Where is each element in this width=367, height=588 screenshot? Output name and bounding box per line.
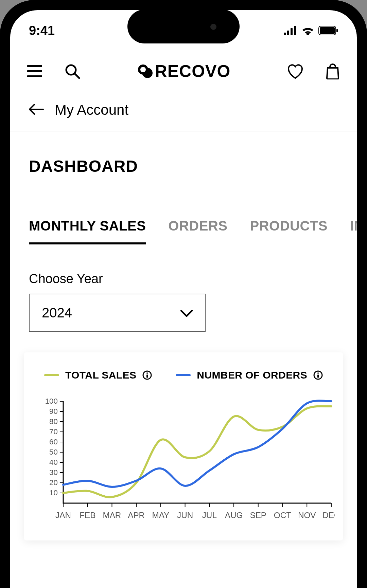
- svg-text:JUL: JUL: [202, 511, 217, 520]
- svg-text:JUN: JUN: [177, 511, 193, 520]
- svg-text:JAN: JAN: [55, 511, 71, 520]
- svg-rect-0: [284, 33, 286, 35]
- heart-icon[interactable]: [287, 64, 303, 79]
- svg-point-17: [146, 372, 148, 374]
- info-icon[interactable]: [142, 370, 152, 380]
- svg-text:NOV: NOV: [298, 511, 316, 520]
- chart-series-number-of-orders: [63, 401, 331, 487]
- svg-rect-6: [336, 29, 338, 32]
- year-select-value: 2024: [42, 305, 72, 320]
- search-icon[interactable]: [64, 63, 81, 79]
- tab-monthly-sales[interactable]: MONTHLY SALES: [29, 218, 146, 244]
- breadcrumb-label: My Account: [55, 102, 128, 118]
- svg-rect-3: [294, 26, 296, 35]
- legend-swatch-number-of-orders: [176, 374, 191, 376]
- tab-orders[interactable]: ORDERS: [168, 218, 227, 244]
- app-header: RECOVO: [10, 51, 357, 92]
- legend-label-number-of-orders: NUMBER OF ORDERS: [197, 369, 307, 381]
- svg-text:40: 40: [49, 458, 58, 466]
- svg-text:APR: APR: [128, 511, 145, 520]
- svg-rect-5: [320, 27, 335, 34]
- svg-text:SEP: SEP: [250, 511, 266, 520]
- page-title: DASHBOARD: [10, 131, 357, 191]
- svg-rect-21: [317, 374, 319, 378]
- chart-card: TOTAL SALES NUMBER OF ORDERS 10203040506…: [24, 352, 343, 540]
- svg-rect-7: [27, 65, 42, 67]
- svg-rect-9: [27, 75, 42, 77]
- status-time: 9:41: [29, 23, 55, 38]
- legend-label-total-sales: TOTAL SALES: [65, 369, 136, 381]
- back-arrow-icon[interactable]: [29, 102, 44, 118]
- svg-text:30: 30: [49, 468, 58, 477]
- legend-swatch-total-sales: [44, 374, 59, 376]
- svg-text:10: 10: [49, 489, 58, 497]
- svg-text:MAR: MAR: [103, 511, 121, 520]
- tab-impact[interactable]: IMPA: [350, 218, 357, 244]
- chart-legend: TOTAL SALES NUMBER OF ORDERS: [32, 369, 335, 381]
- svg-line-11: [75, 74, 79, 78]
- legend-number-of-orders: NUMBER OF ORDERS: [176, 369, 323, 381]
- choose-year-label: Choose Year: [10, 244, 357, 294]
- svg-text:100: 100: [45, 398, 58, 405]
- svg-rect-1: [287, 31, 289, 35]
- year-select[interactable]: 2024: [29, 294, 206, 332]
- svg-text:20: 20: [49, 478, 58, 487]
- svg-rect-8: [27, 70, 42, 72]
- tabs: MONTHLY SALES ORDERS PRODUCTS IMPA: [10, 191, 357, 244]
- info-icon[interactable]: [313, 370, 323, 380]
- breadcrumb[interactable]: My Account: [10, 92, 357, 131]
- svg-rect-18: [146, 374, 148, 378]
- svg-text:DEC: DEC: [322, 511, 335, 520]
- svg-point-20: [317, 372, 319, 374]
- brand-logo-text: RECOVO: [155, 61, 231, 81]
- svg-text:80: 80: [49, 417, 58, 426]
- chevron-down-icon: [180, 305, 193, 320]
- cellular-signal-icon: [284, 26, 297, 35]
- svg-text:90: 90: [49, 407, 58, 416]
- svg-text:AUG: AUG: [225, 511, 243, 520]
- svg-rect-2: [291, 28, 293, 35]
- brand-logo-mark-icon: [137, 64, 154, 79]
- svg-text:70: 70: [49, 427, 58, 436]
- shopping-bag-icon[interactable]: [326, 63, 340, 79]
- menu-icon[interactable]: [27, 65, 42, 77]
- svg-text:60: 60: [49, 438, 58, 446]
- svg-point-14: [140, 67, 146, 72]
- battery-icon: [318, 26, 338, 35]
- svg-text:FEB: FEB: [80, 511, 95, 520]
- tab-products[interactable]: PRODUCTS: [250, 218, 327, 244]
- svg-text:50: 50: [49, 448, 58, 456]
- chart-area: 102030405060708090100 JANFEBMARAPRMAYJUN…: [32, 398, 335, 527]
- wifi-icon: [301, 26, 314, 35]
- brand-logo[interactable]: RECOVO: [137, 61, 231, 81]
- svg-text:OCT: OCT: [274, 511, 291, 520]
- legend-total-sales: TOTAL SALES: [44, 369, 152, 381]
- device-notch: [127, 10, 240, 43]
- svg-text:MAY: MAY: [152, 511, 169, 520]
